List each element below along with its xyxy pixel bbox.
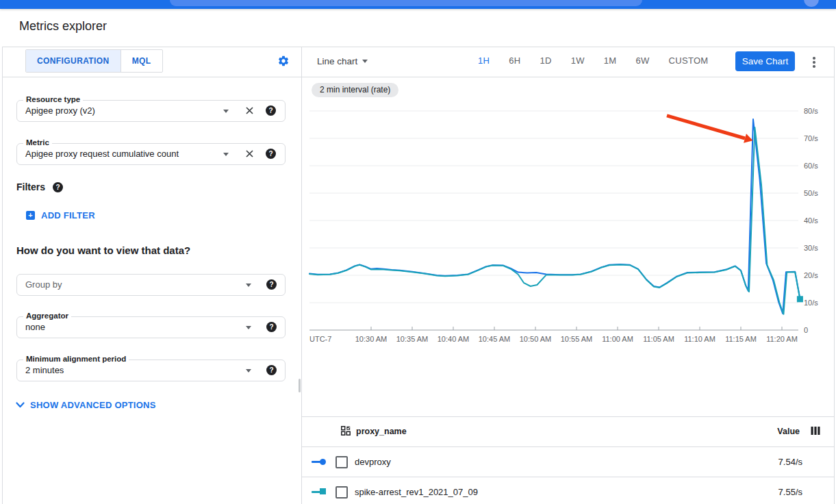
query-mode-tabs: CONFIGURATION MQL (25, 49, 163, 73)
row-checkbox[interactable] (335, 456, 348, 468)
svg-text:10/s: 10/s (804, 299, 818, 307)
column-header-value[interactable]: Value (682, 427, 800, 436)
chart-type-label: Line chart (317, 56, 357, 66)
chevron-down-icon[interactable] (246, 369, 251, 373)
svg-text:10:45 AM: 10:45 AM (479, 335, 510, 343)
table-border (302, 416, 834, 417)
resource-type-value: Apigee proxy (v2) (25, 105, 95, 116)
svg-text:10:35 AM: 10:35 AM (396, 335, 428, 343)
series-dot-marker (320, 459, 326, 465)
range-1h-button[interactable]: 1H (468, 55, 499, 67)
svg-text:40/s: 40/s (804, 216, 818, 225)
range-1w-button[interactable]: 1W (561, 55, 594, 67)
chevron-down-icon[interactable] (246, 284, 251, 287)
chart-type-dropdown[interactable]: Line chart (317, 56, 368, 66)
show-advanced-options-button[interactable]: SHOW ADVANCED OPTIONS (16, 400, 156, 410)
help-icon[interactable]: ? (53, 182, 63, 192)
column-header-proxy-name[interactable]: proxy_name (356, 427, 407, 436)
account-avatar[interactable] (804, 0, 819, 7)
panel-scrollbar-thumb[interactable] (299, 379, 301, 392)
alignment-period-value: 2 minutes (25, 365, 64, 375)
add-filter-button[interactable]: + ADD FILTER (26, 210, 95, 220)
svg-text:10:55 AM: 10:55 AM (561, 335, 592, 343)
help-icon[interactable]: ? (266, 322, 277, 332)
svg-text:10:30 AM: 10:30 AM (355, 335, 387, 343)
chevron-down-icon[interactable] (223, 153, 229, 156)
page-title: Metrics explorer (19, 19, 107, 34)
help-icon[interactable]: ? (266, 105, 276, 116)
filters-heading: Filters ? (16, 181, 63, 192)
aggregator-select[interactable]: Aggregator none ? (16, 316, 286, 338)
svg-text:11:20 AM: 11:20 AM (766, 335, 798, 343)
alignment-period-label: Minimum alignment period (23, 355, 129, 363)
chart-canvas[interactable]: 80/s70/s60/s50/s40/s30/s20/s10/s010:30 A… (301, 77, 836, 367)
save-chart-button[interactable]: Save Chart (735, 51, 795, 71)
resource-type-select[interactable]: Resource type Apigee proxy (v2) ? (16, 100, 286, 122)
row-name[interactable]: devproxy (355, 457, 391, 467)
help-icon[interactable]: ? (266, 149, 276, 159)
group-by-placeholder: Group by (25, 279, 62, 290)
svg-text:70/s: 70/s (804, 134, 818, 142)
range-1d-button[interactable]: 1D (530, 55, 561, 67)
alignment-period-select[interactable]: Minimum alignment period 2 minutes ? (16, 360, 286, 381)
view-data-heading: How do you want to view that data? (16, 244, 190, 256)
global-search-bar[interactable] (170, 0, 642, 6)
row-value: 7.55/s (685, 487, 802, 497)
row-divider (302, 446, 834, 447)
metric-value: Apigee proxy request cumulative count (25, 149, 179, 159)
aggregator-value: none (25, 322, 45, 332)
clear-icon[interactable] (245, 149, 254, 158)
row-name[interactable]: spike-arrest_rev1_2021_07_09 (355, 487, 478, 497)
aggregator-label: Aggregator (23, 312, 71, 320)
chevron-down-icon (362, 60, 368, 63)
range-6w-button[interactable]: 6W (626, 55, 659, 67)
more-options-kebab-icon[interactable] (811, 55, 817, 69)
svg-text:11:00 AM: 11:00 AM (602, 335, 633, 343)
range-6h-button[interactable]: 6H (499, 55, 530, 67)
range-1m-button[interactable]: 1M (594, 55, 626, 67)
help-icon[interactable]: ? (266, 279, 277, 290)
svg-text:10:50 AM: 10:50 AM (520, 335, 551, 343)
svg-text:11:15 AM: 11:15 AM (725, 335, 757, 343)
show-advanced-options-label: SHOW ADVANCED OPTIONS (30, 400, 156, 410)
chevron-down-icon[interactable] (246, 326, 251, 329)
svg-text:0: 0 (804, 326, 808, 334)
series-square-marker (320, 488, 326, 494)
svg-text:20/s: 20/s (804, 271, 818, 279)
help-icon[interactable]: ? (266, 365, 277, 375)
metric-label: Metric (23, 138, 52, 147)
card-top-border (2, 47, 834, 47)
group-by-grid-icon[interactable] (341, 426, 351, 436)
chevron-down-icon (16, 402, 25, 408)
time-range-selector: 1H 6H 1D 1W 1M 6W CUSTOM (468, 55, 718, 67)
top-app-bar (0, 0, 836, 9)
settings-gear-icon[interactable] (277, 55, 290, 67)
svg-text:11:05 AM: 11:05 AM (643, 335, 674, 343)
card-left-border (2, 47, 3, 504)
svg-text:UTC-7: UTC-7 (309, 335, 331, 343)
filters-label: Filters (16, 181, 45, 192)
svg-text:10:40 AM: 10:40 AM (438, 335, 469, 343)
chevron-down-icon[interactable] (223, 110, 229, 113)
add-filter-label: ADD FILTER (41, 210, 95, 220)
tab-mql[interactable]: MQL (121, 50, 162, 72)
group-by-select[interactable]: Group by ? (16, 274, 286, 296)
tab-configuration[interactable]: CONFIGURATION (26, 50, 121, 72)
resource-type-label: Resource type (23, 95, 83, 103)
svg-text:50/s: 50/s (804, 189, 818, 197)
svg-text:80/s: 80/s (804, 107, 818, 115)
row-checkbox[interactable] (335, 486, 348, 499)
row-divider (302, 477, 834, 477)
column-display-icon[interactable] (811, 426, 820, 436)
row-value: 7.54/s (685, 457, 802, 467)
metric-select[interactable]: Metric Apigee proxy request cumulative c… (16, 143, 286, 165)
svg-text:11:10 AM: 11:10 AM (684, 335, 715, 343)
plus-icon: + (26, 211, 35, 220)
range-custom-button[interactable]: CUSTOM (659, 55, 718, 67)
clear-icon[interactable] (245, 106, 254, 115)
svg-text:30/s: 30/s (804, 244, 818, 252)
svg-text:60/s: 60/s (804, 162, 818, 170)
